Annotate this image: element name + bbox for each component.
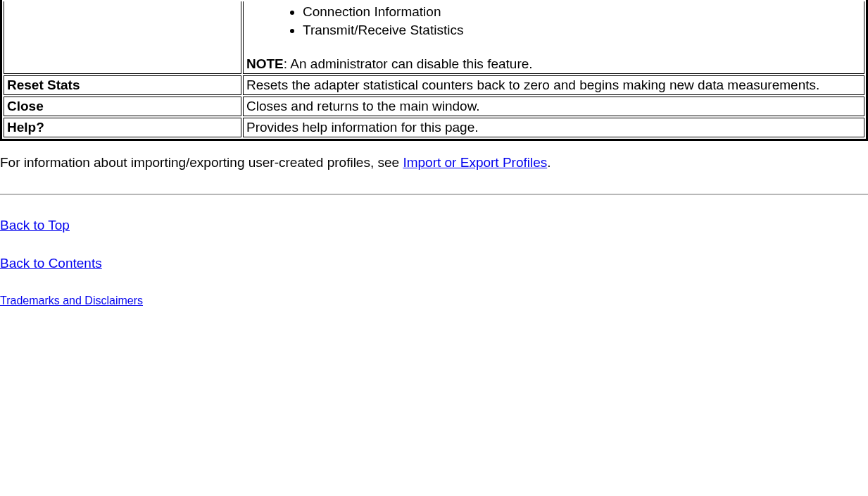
import-export-link[interactable]: Import or Export Profiles [403, 155, 547, 170]
list-item: Transmit/Receive Statistics [303, 21, 861, 39]
list-item: Connection Information [303, 3, 861, 21]
paragraph-prefix: For information about importing/exportin… [0, 155, 403, 170]
note-line: NOTE: An administrator can disable this … [246, 56, 861, 72]
trademarks-link[interactable]: Trademarks and Disclaimers [0, 293, 143, 309]
divider [0, 194, 868, 195]
row-description: Closes and returns to the main window. [243, 97, 864, 116]
back-to-contents-link[interactable]: Back to Contents [0, 254, 102, 273]
row-description: Resets the adapter statistical counters … [243, 75, 864, 95]
table-row: Close Closes and returns to the main win… [4, 97, 864, 116]
row-label: Help? [4, 118, 241, 137]
back-to-top-link[interactable]: Back to Top [0, 216, 70, 235]
row-label: Close [4, 97, 241, 116]
nav-links: Back to Top Back to Contents Trademarks … [0, 216, 868, 316]
note-text: : An administrator can disable this feat… [284, 56, 533, 71]
bullet-list: Connection Information Transmit/Receive … [246, 3, 861, 39]
table-row: Connection Information Transmit/Receive … [4, 1, 864, 74]
note-label: NOTE [246, 56, 284, 71]
row-label-empty [4, 1, 241, 74]
info-paragraph: For information about importing/exportin… [0, 154, 868, 173]
table-row: Reset Stats Resets the adapter statistic… [4, 75, 864, 95]
row-description: Provides help information for this page. [243, 118, 864, 137]
row-description: Connection Information Transmit/Receive … [243, 1, 864, 74]
row-label: Reset Stats [4, 75, 241, 95]
definitions-table: Connection Information Transmit/Receive … [0, 0, 868, 141]
table-row: Help? Provides help information for this… [4, 118, 864, 137]
paragraph-suffix: . [547, 155, 551, 170]
